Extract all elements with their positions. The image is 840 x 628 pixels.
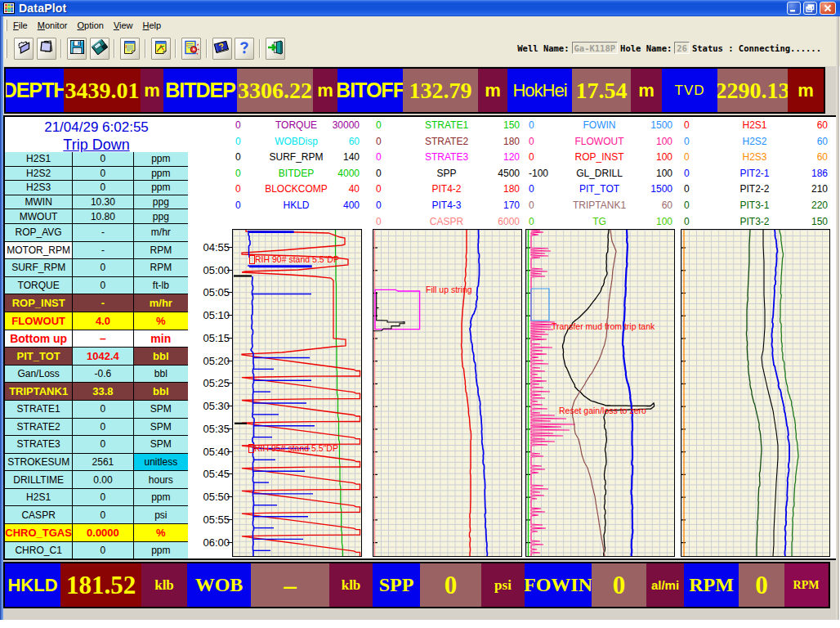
save-button[interactable] (67, 38, 87, 60)
well-name-field[interactable]: Ga-K118P (572, 42, 619, 54)
bottom-bar-value-: – (251, 563, 329, 607)
scale-min: 0 (684, 151, 690, 163)
param-value: 0.00 (73, 471, 133, 489)
param-unit: ft-lb (134, 277, 188, 295)
top-bar-label-hokhei: HokHei (507, 69, 572, 112)
exit-button[interactable] (266, 38, 285, 60)
parameter-row-mwin: MWIN10.30ppg (5, 195, 188, 210)
scale-min: 0 (684, 183, 690, 195)
parameter-row-flowout: FLOWOUT4.0% (5, 312, 188, 330)
toolbar-separator (145, 39, 146, 58)
parameter-row-ropavg: ROP_AVG-m/hr (5, 224, 188, 242)
hole-name-field[interactable]: 26 (674, 42, 690, 54)
strip-chart-p3: Transfer mud from trip tankReset gain/lo… (525, 229, 675, 557)
time-label: 05:45 (203, 468, 230, 480)
chart-region: 0TORQUE300000WOBDisp600SURF_RPM1400BITDE… (188, 117, 838, 558)
top-bar-unit-m: m (141, 69, 163, 112)
hole-name-label: Hole Name: (620, 43, 672, 53)
toolbar-grip[interactable] (5, 39, 7, 58)
bottom-bar-label-wob: WOB (187, 563, 251, 607)
scale-max: 180 (503, 136, 520, 147)
scale-max: 400 (343, 200, 360, 211)
param-unit: SPM (134, 419, 188, 437)
close-button[interactable] (820, 2, 836, 15)
scale-name-pit_tot: PIT_TOT (579, 183, 619, 195)
traces-p4 (681, 230, 829, 556)
scale-name-blockcomp: BLOCKCOMP (265, 183, 328, 195)
traces-p3 (526, 230, 674, 556)
scale-name-pit3-2: PIT3-2 (739, 216, 769, 227)
param-unit: ppm (134, 181, 188, 195)
param-unit: ppm (134, 542, 188, 560)
top-bar-value-229013: 2290.13 (717, 69, 788, 112)
note-chart-button[interactable] (151, 38, 171, 60)
param-unit: hours (134, 471, 188, 489)
param-value: -0.6 (73, 366, 133, 384)
param-name: DRILLTIME (5, 471, 73, 489)
param-value: 0 (73, 152, 133, 167)
time-label: 05:05 (203, 286, 230, 298)
param-unit: RPM (134, 259, 188, 277)
top-bar-label-bitoff: BITOFF (337, 69, 403, 112)
menu-option[interactable]: Option (72, 18, 108, 33)
param-unit: unitless (134, 454, 188, 472)
scale-min: -100 (529, 168, 548, 179)
bottom-bar-unit-almi: al/mi (646, 563, 684, 607)
menu-monitor[interactable]: Monitor (33, 18, 73, 33)
well-name-label: Well Name: (517, 43, 569, 53)
scale-name-triptank1: TRIPTANK1 (573, 200, 626, 211)
trace-gl_drill (563, 230, 655, 556)
menu-file[interactable]: File (8, 18, 33, 33)
save-icon (69, 39, 85, 58)
scale-name-torque: TORQUE (275, 119, 317, 131)
menu-view[interactable]: View (109, 18, 138, 33)
help-button[interactable] (235, 38, 254, 60)
param-name: H2S1 (5, 152, 73, 167)
scale-max: 150 (811, 216, 828, 227)
restore-button[interactable] (803, 2, 817, 15)
trace-triptank1 (572, 230, 616, 556)
scale-max: 60 (817, 151, 828, 163)
strip-chart-p2: Fill up string (373, 229, 522, 557)
exit-icon (267, 40, 284, 58)
scale-max: 100 (656, 216, 672, 227)
scale-max: 4000 (337, 168, 360, 179)
alarm-report-button[interactable] (181, 38, 201, 60)
time-label: 05:15 (203, 331, 230, 343)
toolbar-separator (259, 39, 261, 58)
note-edit-button[interactable] (120, 38, 140, 60)
scale-max: 1500 (650, 183, 672, 195)
parameter-row-chrotgas: CHRO_TGAS0.0000% (5, 524, 188, 542)
param-name: ROP_AVG (5, 224, 73, 242)
param-name: PIT_TOT (5, 348, 73, 366)
open-folder-button[interactable] (14, 38, 34, 60)
param-name: STRATE1 (5, 401, 73, 419)
chart-annotation: RIH 95# stand 5.5"DP (254, 443, 338, 453)
param-name: SURF_RPM (5, 259, 73, 277)
top-bar-unit-m: m (788, 69, 824, 112)
scale-name-h2s2: H2S2 (742, 136, 766, 147)
param-name: MWIN (5, 195, 73, 210)
scale-min: 0 (376, 200, 382, 211)
minimize-button[interactable] (787, 2, 801, 15)
trace-flowout-box (375, 289, 420, 329)
menu-grip[interactable] (5, 20, 7, 31)
menu-help[interactable]: Help (138, 18, 167, 33)
window-right-border (836, 16, 839, 620)
save-disk-button[interactable] (90, 38, 109, 60)
scale-name-strate3: STRATE3 (425, 151, 468, 163)
bottom-bar-unit-psi: psi (481, 563, 525, 607)
parameter-row-bottomup: Bottom up–min (5, 330, 188, 348)
scale-min: 0 (684, 119, 690, 131)
scale-name-wobdisp: WOBDisp (275, 136, 318, 147)
chart-annotation: Fill up string (426, 285, 472, 294)
scale-max: 100 (656, 136, 672, 147)
close-folder-button[interactable] (37, 38, 56, 60)
toolbar: Well Name: Ga-K118P Hole Name: 26 Status… (0, 34, 840, 66)
title-bar[interactable]: DataPlot (0, 0, 840, 16)
scale-max: 30000 (333, 119, 360, 131)
toolbar-separator (114, 39, 115, 58)
help-book-icon (213, 40, 230, 58)
datetime-display: 21/04/29 6:02:55 (5, 117, 188, 137)
help-book-button[interactable] (212, 38, 232, 60)
